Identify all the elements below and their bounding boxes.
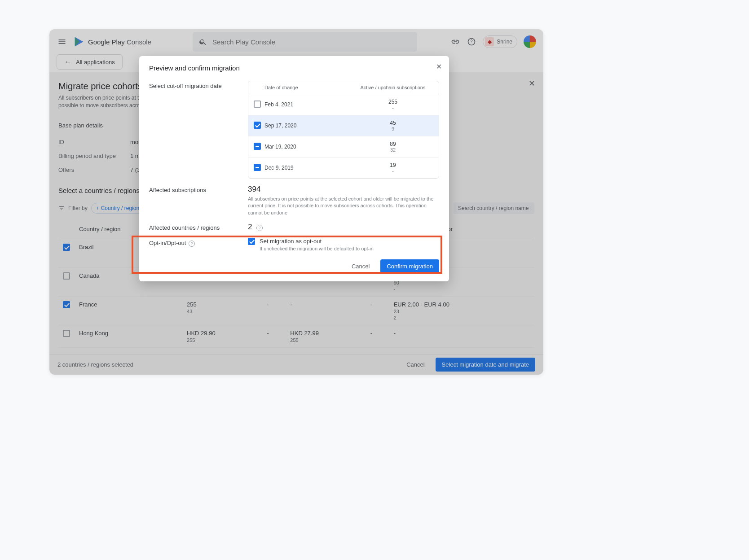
row-checkbox[interactable]: [63, 330, 70, 337]
confirm-migration-button[interactable]: Confirm migration: [380, 259, 439, 273]
optout-subtext: If unchecked the migration will be defau…: [260, 246, 374, 251]
date-row[interactable]: Mar 19, 2020 8932: [248, 136, 439, 158]
date-checkbox[interactable]: [254, 101, 261, 108]
filter-icon: [58, 205, 65, 211]
help-icon[interactable]: ?: [467, 37, 476, 47]
row-checkbox[interactable]: [63, 244, 70, 251]
modal-cancel-button[interactable]: Cancel: [345, 259, 376, 273]
affected-subs-note: All subscribers on price points at the s…: [248, 196, 439, 216]
svg-text:?: ?: [471, 39, 473, 44]
detail-billing-label: Billing period and type: [58, 153, 130, 159]
country-name: Hong Kong: [75, 325, 182, 347]
close-icon[interactable]: ✕: [529, 79, 535, 88]
modal-title: Preview and confirm migration: [149, 64, 439, 72]
optout-checkbox[interactable]: [248, 238, 255, 245]
app-selector-chip[interactable]: ◆ Shrine: [483, 35, 517, 48]
optout-text: Set migration as opt-out: [260, 238, 322, 245]
search-bar[interactable]: [193, 32, 417, 52]
help-icon[interactable]: ?: [189, 241, 195, 247]
affected-countries-value: 2: [248, 223, 252, 231]
table-row: France 25543 --- EUR 2.00 - EUR 4.00232: [58, 296, 534, 325]
date-checkbox[interactable]: [254, 164, 261, 171]
play-console-logo: Google Play Console: [73, 35, 151, 48]
filter-chip-country[interactable]: + Country / region: [91, 203, 144, 214]
account-avatar[interactable]: [524, 35, 536, 48]
panel-footer: 2 countries / regions selected Cancel Se…: [49, 354, 543, 375]
opt-label: Opt-in/Opt-out?: [149, 238, 239, 251]
detail-offers-label: Offers: [58, 166, 130, 173]
cancel-button[interactable]: Cancel: [400, 358, 431, 372]
table-row: Hong Kong HKD 29.90255 - HKD 27.99255 - …: [58, 325, 534, 347]
detail-id-label: ID: [58, 139, 130, 145]
affected-countries-label: Affected countries / regions: [149, 223, 239, 232]
affected-subs-value: 394: [248, 185, 439, 194]
play-icon: [73, 35, 85, 48]
search-icon: [199, 38, 207, 46]
date-row[interactable]: Feb 4, 2021 255-: [248, 94, 439, 115]
select-date-migrate-button[interactable]: Select migration date and migrate: [436, 358, 535, 372]
cutoff-date-label: Select cut-off migration date: [149, 81, 239, 179]
date-row[interactable]: Dec 9, 2019 19-: [248, 158, 439, 178]
hamburger-menu[interactable]: [57, 36, 67, 47]
affected-subs-label: Affected subscriptions: [149, 185, 239, 216]
date-checkbox[interactable]: [254, 143, 261, 150]
confirm-migration-modal: ✕ Preview and confirm migration Select c…: [139, 56, 449, 281]
link-icon[interactable]: [450, 37, 460, 47]
col-subs: Active / upchain subscriptions: [352, 85, 433, 90]
date-table: Date of changeActive / upchain subscript…: [248, 81, 439, 179]
row-checkbox[interactable]: [63, 272, 70, 280]
help-icon[interactable]: ?: [256, 225, 263, 231]
date-row[interactable]: Sep 17, 2020 459: [248, 115, 439, 136]
country-search[interactable]: Search country / region name: [454, 202, 534, 214]
country-name: France: [75, 296, 182, 325]
row-checkbox[interactable]: [63, 301, 70, 308]
selection-count: 2 countries / regions selected: [57, 361, 133, 368]
close-icon[interactable]: ✕: [436, 62, 442, 71]
topbar: Google Play Console ? ◆ Shrine: [49, 29, 543, 54]
filter-label: Filter by: [68, 205, 88, 211]
date-checkbox[interactable]: [254, 122, 261, 129]
col-date: Date of change: [264, 85, 352, 90]
search-input[interactable]: [212, 38, 411, 46]
gem-icon: ◆: [485, 37, 494, 46]
app-name-label: Shrine: [497, 39, 512, 45]
